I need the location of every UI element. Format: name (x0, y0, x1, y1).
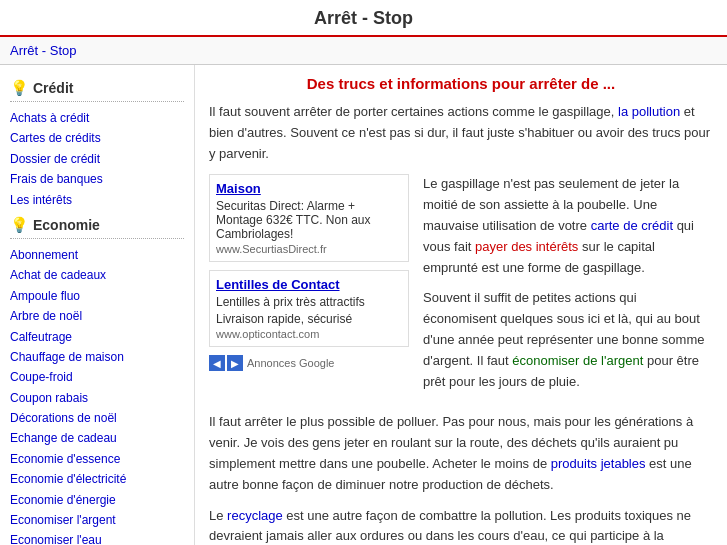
sidebar-link-electricite[interactable]: Economie d'électricité (10, 469, 184, 489)
bulb-icon-2: 💡 (10, 216, 29, 234)
page-title: Arrêt - Stop (0, 0, 727, 37)
sidebar-credit-title: 💡 Crédit (10, 79, 184, 97)
sidebar: 💡 Crédit Achats à crédit Cartes de crédi… (0, 65, 195, 545)
list-item: Economiser l'argent (10, 510, 184, 530)
google-ads-text: Annonces Google (247, 357, 334, 369)
ad1-url: www.SecurtiasDirect.fr (216, 243, 402, 255)
list-item: Economiser l'eau (10, 530, 184, 545)
right-text-column: Le gaspillage n'est pas seulement de jet… (423, 174, 713, 402)
list-item: Calfeutrage (10, 327, 184, 347)
sidebar-link-economiser-argent[interactable]: Economiser l'argent (10, 510, 184, 530)
list-item: Achat de cadeaux (10, 265, 184, 285)
breadcrumb: Arrêt - Stop (0, 37, 727, 65)
list-item: Arbre de noël (10, 306, 184, 326)
sidebar-link-decorations[interactable]: Décorations de noël (10, 408, 184, 428)
sidebar-link-coupon[interactable]: Coupon rabais (10, 388, 184, 408)
two-column-layout: Maison Securitas Direct: Alarme + Montag… (209, 174, 713, 402)
link-economiser-argent[interactable]: économiser de l'argent (512, 353, 643, 368)
list-item: Economie d'énergie (10, 490, 184, 510)
list-item: Ampoule fluo (10, 286, 184, 306)
link-pollution[interactable]: la pollution (618, 104, 680, 119)
list-item: Décorations de noël (10, 408, 184, 428)
sidebar-link-abonnement[interactable]: Abonnement (10, 245, 184, 265)
sidebar-link-dossier[interactable]: Dossier de crédit (10, 149, 184, 169)
sidebar-link-energie[interactable]: Economie d'énergie (10, 490, 184, 510)
sidebar-link-ampoule[interactable]: Ampoule fluo (10, 286, 184, 306)
sidebar-link-economiser-eau[interactable]: Economiser l'eau (10, 530, 184, 545)
content-intro: Il faut souvent arrêter de porter certai… (209, 102, 713, 164)
list-item: Economie d'électricité (10, 469, 184, 489)
list-item: Economie d'essence (10, 449, 184, 469)
list-item: Coupe-froid (10, 367, 184, 387)
sidebar-link-achats[interactable]: Achats à crédit (10, 108, 184, 128)
sidebar-link-interets[interactable]: Les intérêts (10, 190, 184, 210)
ad2-title[interactable]: Lentilles de Contact (216, 277, 402, 292)
list-item: Achats à crédit (10, 108, 184, 128)
list-item: Cartes de crédits (10, 128, 184, 148)
ad2-text2: Livraison rapide, sécurisé (216, 312, 402, 326)
link-payer-interets[interactable]: payer des intérêts (475, 239, 578, 254)
link-produits-jetables[interactable]: produits jetables (551, 456, 646, 471)
ad2-text: Lentilles à prix très attractifs (216, 295, 402, 309)
sidebar-link-calfeutrage[interactable]: Calfeutrage (10, 327, 184, 347)
ad1-text: Securitas Direct: Alarme + Montage 632€ … (216, 199, 402, 241)
link-recyclage[interactable]: recyclage (227, 508, 283, 523)
list-item: Les intérêts (10, 190, 184, 210)
link-carte-credit[interactable]: carte de crédit (591, 218, 673, 233)
sidebar-link-arbre[interactable]: Arbre de noël (10, 306, 184, 326)
sidebar-link-frais[interactable]: Frais de banques (10, 169, 184, 189)
sidebar-economie-title: 💡 Economie (10, 216, 184, 234)
ads-column: Maison Securitas Direct: Alarme + Montag… (209, 174, 409, 402)
list-item: Frais de banques (10, 169, 184, 189)
para4: Le recyclage est une autre façon de comb… (209, 506, 713, 545)
sidebar-link-echange[interactable]: Echange de cadeau (10, 428, 184, 448)
sidebar-divider-2 (10, 238, 184, 239)
sidebar-link-essence[interactable]: Economie d'essence (10, 449, 184, 469)
list-item: Echange de cadeau (10, 428, 184, 448)
ad-box-2: Lentilles de Contact Lentilles à prix tr… (209, 270, 409, 347)
list-item: Dossier de crédit (10, 149, 184, 169)
google-ads-label: ◀ ▶ Annonces Google (209, 355, 409, 371)
list-item: Chauffage de maison (10, 347, 184, 367)
para1: Le gaspillage n'est pas seulement de jet… (423, 174, 713, 278)
prev-arrow[interactable]: ◀ (209, 355, 225, 371)
credit-links: Achats à crédit Cartes de crédits Dossie… (10, 108, 184, 210)
sidebar-divider-1 (10, 101, 184, 102)
economie-links: Abonnement Achat de cadeaux Ampoule fluo… (10, 245, 184, 545)
next-arrow[interactable]: ▶ (227, 355, 243, 371)
para3: Il faut arrêter le plus possible de poll… (209, 412, 713, 495)
list-item: Abonnement (10, 245, 184, 265)
bulb-icon: 💡 (10, 79, 29, 97)
sidebar-link-achat-cadeaux[interactable]: Achat de cadeaux (10, 265, 184, 285)
sidebar-link-coupe-froid[interactable]: Coupe-froid (10, 367, 184, 387)
list-item: Coupon rabais (10, 388, 184, 408)
nav-arrows: ◀ ▶ (209, 355, 243, 371)
sidebar-link-chauffage[interactable]: Chauffage de maison (10, 347, 184, 367)
content-main-title: Des trucs et informations pour arrêter d… (209, 75, 713, 92)
para2: Souvent il suffit de petites actions qui… (423, 288, 713, 392)
ad1-title[interactable]: Maison (216, 181, 402, 196)
content-area: Des trucs et informations pour arrêter d… (195, 65, 727, 545)
ad2-url: www.opticontact.com (216, 328, 402, 340)
ad-box-1: Maison Securitas Direct: Alarme + Montag… (209, 174, 409, 262)
breadcrumb-link[interactable]: Arrêt - Stop (10, 43, 76, 58)
sidebar-link-cartes[interactable]: Cartes de crédits (10, 128, 184, 148)
